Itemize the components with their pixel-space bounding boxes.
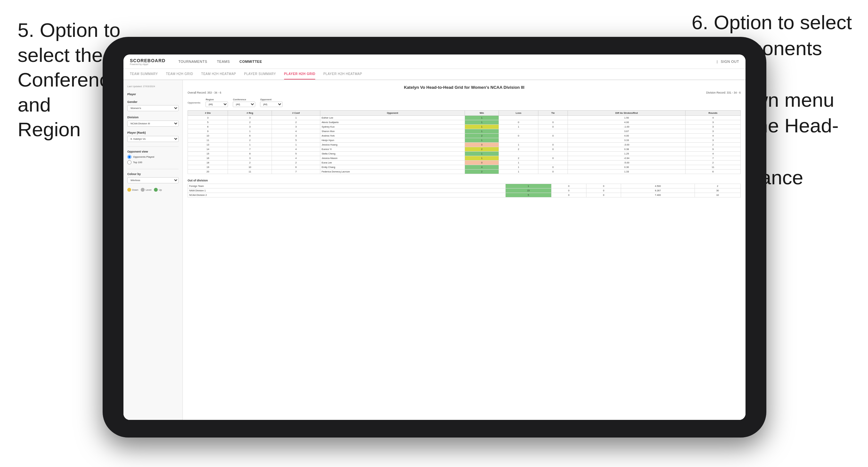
colour-legend: Down Level Up: [127, 188, 179, 192]
th-div: # Div: [188, 111, 228, 116]
data-table: # Div # Reg # Conf Opponent Win Loss Tie…: [188, 110, 741, 174]
gender-label: Gender: [127, 100, 179, 103]
th-diff: Diff Av Strokes/Rnd: [567, 111, 685, 116]
cell-name: Sharon Mun: [320, 129, 465, 134]
cell-conf: 5: [272, 138, 320, 143]
cell-rounds: 7: [686, 156, 741, 161]
cell-div: 15: [188, 152, 228, 156]
sub-nav-team-h2h-heatmap[interactable]: TEAM H2H HEATMAP: [201, 69, 236, 80]
cell-reg: 3: [228, 125, 272, 129]
cell-win: 1: [465, 129, 499, 134]
conference-filter-select[interactable]: (All): [233, 102, 255, 107]
table-row: 6 3 3 Sydney Kuo 1 1 0 -1.00 3: [188, 125, 741, 129]
nav-committee[interactable]: COMMITTEE: [240, 59, 262, 64]
cell-div: 5: [188, 120, 228, 125]
cell-diff: 3.67: [567, 129, 685, 134]
sub-nav-team-summary[interactable]: TEAM SUMMARY: [130, 69, 158, 80]
cell-reg: 2: [228, 120, 272, 125]
cell-rounds: 3: [686, 138, 741, 143]
out-cell-diff: 4.500: [621, 184, 694, 188]
panel-opponent-view-section: Opponent view Opponents Played Top 100: [127, 150, 179, 164]
cell-reg: 3: [228, 156, 272, 161]
cell-rounds: 2: [686, 161, 741, 165]
cell-tie: [538, 138, 568, 143]
cell-reg: 7: [228, 147, 272, 152]
radio-opponents-played[interactable]: Opponents Played: [127, 155, 179, 159]
cell-diff: 4.00: [567, 134, 685, 138]
cell-diff: 1.50: [567, 116, 685, 120]
cell-name: Andrea York: [320, 134, 465, 138]
cell-diff: 1.33: [567, 169, 685, 174]
out-cell-win: 1: [505, 184, 551, 188]
cell-name: Stella Cheng: [320, 152, 465, 156]
table-row: 18 2 2 Euna Lee 0 1 -5.00 2: [188, 161, 741, 165]
cell-tie: 0: [538, 169, 568, 174]
cell-win: 1: [465, 116, 499, 120]
th-loss: Loss: [499, 111, 538, 116]
nav-teams[interactable]: TEAMS: [217, 59, 229, 64]
conference-filter-label: Conference: [233, 98, 255, 101]
division-select[interactable]: NCAA Division III NCAA Division I NCAA D…: [127, 121, 179, 127]
records-row: Overall Record: 353 - 34 - 6 Division Re…: [188, 91, 741, 94]
cell-diff: 4.00: [567, 120, 685, 125]
cell-div: 3: [188, 116, 228, 120]
table-row: 14 7 4 Eunice Yi 2 2 0 0.38 9: [188, 147, 741, 152]
cell-rounds: 9: [686, 147, 741, 152]
cell-rounds: 2: [686, 143, 741, 147]
opponent-filter-select[interactable]: (All): [260, 102, 282, 107]
main-content: Last Updated: 27/03/2024 Player Gender W…: [123, 80, 745, 420]
table-row: 16 3 4 Jessica Mason 1 2 0 -0.94 7: [188, 156, 741, 161]
region-filter-select[interactable]: (All): [206, 102, 228, 107]
cell-reg: 2: [228, 161, 272, 165]
panel-division-section: Division NCAA Division III NCAA Division…: [127, 116, 179, 127]
th-opponent: Opponent: [320, 111, 465, 116]
radio-top-100[interactable]: Top 100: [127, 160, 179, 164]
cell-name: Jessica Mason: [320, 156, 465, 161]
cell-loss: 1: [499, 143, 538, 147]
panel-player-section: Player: [127, 93, 179, 96]
sub-nav-team-h2h-grid[interactable]: TEAM H2H GRID: [166, 69, 193, 80]
out-cell-tie: 0: [586, 188, 621, 193]
cell-conf: 1: [272, 143, 320, 147]
cell-conf: 5: [272, 152, 320, 156]
sign-out-link[interactable]: Sign out: [721, 59, 739, 64]
cell-reg: 10: [228, 165, 272, 169]
colour-select[interactable]: Win/loss: [127, 177, 179, 183]
logo-area: SCOREBOARD Powered by clippd: [130, 58, 165, 65]
cell-rounds: 4: [686, 116, 741, 120]
sub-nav-player-h2h-heatmap[interactable]: PLAYER H2H HEATMAP: [323, 69, 362, 80]
cell-rounds: 3: [686, 120, 741, 125]
out-cell-diff: 9.267: [621, 188, 694, 193]
sub-nav-player-summary[interactable]: PLAYER SUMMARY: [244, 69, 276, 80]
cell-name: Euna Lee: [320, 161, 465, 165]
cell-name: Jessica Huang: [320, 143, 465, 147]
out-cell-diff: 7.400: [621, 193, 694, 197]
out-cell-win: 5: [505, 193, 551, 197]
cell-name: Federica Domecq Lacroze: [320, 169, 465, 174]
sub-nav-player-h2h-grid[interactable]: PLAYER H2H GRID: [284, 69, 315, 80]
cell-div: 9: [188, 129, 228, 134]
logo-text: SCOREBOARD: [130, 58, 165, 63]
cell-tie: 0: [538, 125, 568, 129]
player-rank-select[interactable]: 6. Katelyn Vo: [127, 136, 179, 142]
table-row: 11 2 5 Heejo Hyun 1 3.33 3: [188, 138, 741, 143]
nav-tournaments[interactable]: TOURNAMENTS: [178, 59, 207, 64]
division-label: Division: [127, 116, 179, 119]
table-row: 13 1 1 Jessica Huang 0 1 0 -3.00 2: [188, 143, 741, 147]
out-of-division-table: Foreign Team 1 0 0 4.500 2 NAIA Division…: [188, 184, 741, 197]
cell-reg: 6: [228, 134, 272, 138]
filter-conference-section: Conference (All): [233, 98, 255, 107]
cell-name: Alexis Sudijanto: [320, 120, 465, 125]
cell-loss: 1: [499, 165, 538, 169]
colour-label: Colour by: [127, 173, 179, 176]
gender-select[interactable]: Women's Men's: [127, 105, 179, 111]
sub-navbar: TEAM SUMMARY TEAM H2H GRID TEAM H2H HEAT…: [123, 69, 745, 80]
filter-opponent-section: Opponent (All): [260, 98, 282, 107]
th-reg: # Reg: [228, 111, 272, 116]
th-tie: Tie: [538, 111, 568, 116]
out-table-row: Foreign Team 1 0 0 4.500 2: [188, 184, 741, 188]
cell-reg: 1: [228, 143, 272, 147]
cell-loss: 2: [499, 156, 538, 161]
cell-tie: 0: [538, 147, 568, 152]
cell-rounds: 4: [686, 134, 741, 138]
